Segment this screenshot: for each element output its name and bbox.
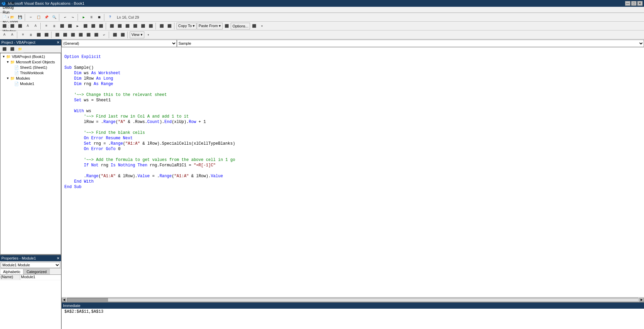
- tb2-btn14[interactable]: ⬛: [108, 22, 116, 30]
- help-btn[interactable]: ?: [106, 14, 114, 21]
- tb2-btn16[interactable]: ⬛: [124, 22, 131, 30]
- props-value[interactable]: Module1: [20, 275, 61, 280]
- tb2-drop[interactable]: ▾: [258, 22, 266, 30]
- tb2-btn13[interactable]: ⬛: [97, 22, 105, 30]
- tree-toggle-modules[interactable]: ▼: [6, 77, 10, 80]
- tb3-btn11[interactable]: ⬛: [85, 31, 92, 39]
- tb2-btn15[interactable]: ⬛: [116, 22, 123, 30]
- copy-btn[interactable]: 📋: [35, 14, 42, 21]
- copy-to-button[interactable]: Copy To ▾: [176, 23, 196, 29]
- tree-item-module1[interactable]: 📄Module1: [1, 81, 60, 86]
- tab-alphabetic[interactable]: Alphabetic: [0, 269, 23, 274]
- tb2-btn21[interactable]: ⬛: [166, 22, 173, 30]
- code-line-14: lRow = .Range("A" & .Rows.Count).End(xlU…: [64, 119, 641, 125]
- undo-btn[interactable]: ↩: [61, 14, 69, 21]
- tb2-btn9[interactable]: ⬛: [66, 22, 74, 30]
- sample-dropdown[interactable]: Sample: [177, 40, 644, 47]
- tb2-btn1[interactable]: ⬛: [1, 22, 8, 30]
- cut-btn[interactable]: ✂: [27, 14, 35, 21]
- tab-categorized[interactable]: Categorized: [23, 269, 49, 274]
- redo-btn[interactable]: ↪: [69, 14, 77, 21]
- tb3-btn15[interactable]: ⬛: [119, 31, 126, 39]
- tree-item-sheet1[interactable]: 📄Sheet1 (Sheet1): [1, 65, 60, 70]
- find-btn[interactable]: 🔍: [50, 14, 58, 21]
- tb2-btn10[interactable]: ▶: [74, 22, 81, 30]
- h-scroll-track[interactable]: [67, 298, 639, 302]
- tree-toggle-root[interactable]: ▼: [2, 55, 6, 58]
- minimize-button[interactable]: —: [625, 1, 630, 6]
- tb3-btn12[interactable]: ⬛: [92, 31, 100, 39]
- tb3-btn10[interactable]: ⬛: [77, 31, 84, 39]
- scroll-right-btn[interactable]: ▶: [639, 298, 644, 302]
- tb3-btn3[interactable]: ≡: [19, 31, 27, 39]
- tb3-btn4[interactable]: ≣: [27, 31, 35, 39]
- tb2-btn2[interactable]: ⬛: [8, 22, 16, 30]
- tree-item-root[interactable]: ▼📁VBAProject (Book1): [1, 54, 60, 59]
- menu-item-debug[interactable]: Debug: [1, 5, 20, 10]
- copy-to-label: Copy To ▾: [178, 24, 195, 28]
- tb2-btn3[interactable]: ⬛: [16, 22, 24, 30]
- new-btn[interactable]: 📄: [1, 14, 8, 21]
- tb2-btn7[interactable]: ≣: [50, 22, 58, 30]
- project-close-button[interactable]: ✕: [57, 40, 60, 45]
- tb3-btn6[interactable]: ⬛: [43, 31, 50, 39]
- tb3-btn1[interactable]: A: [1, 31, 8, 39]
- tree-item-thisworkbook[interactable]: 📄ThisWorkbook: [1, 70, 60, 76]
- tb2-btn19[interactable]: ⬛: [147, 22, 154, 30]
- tb2-btn4[interactable]: A: [24, 22, 32, 30]
- general-dropdown[interactable]: (General): [62, 40, 177, 47]
- tb2-btn5[interactable]: A: [32, 22, 39, 30]
- tree-toggle-excel-objects[interactable]: ▼: [6, 60, 10, 64]
- immediate-content[interactable]: $A$2:$A$11,$A$13: [62, 309, 644, 329]
- tb2-help[interactable]: ⬛: [250, 22, 258, 30]
- reset-btn[interactable]: ⏹: [96, 14, 103, 21]
- paste-from-button[interactable]: Paste From ▾: [197, 23, 223, 29]
- maximize-button[interactable]: □: [631, 1, 637, 6]
- open-btn[interactable]: 📂: [8, 14, 16, 21]
- tb3-btn8[interactable]: ⬛: [61, 31, 69, 39]
- code-area: Option Explicit Sub Sample() Dim ws As W…: [62, 47, 644, 329]
- code-line-2: Option Explicit: [64, 54, 641, 60]
- tree-item-modules[interactable]: ▼📁Modules: [1, 76, 60, 81]
- tb2-btn8[interactable]: ⬛: [58, 22, 66, 30]
- proj-view-obj[interactable]: ⬛: [1, 45, 8, 53]
- code-line-19: On Error GoTo 0: [64, 146, 641, 152]
- tb3-btn14[interactable]: ⬛: [111, 31, 119, 39]
- tb2-icon[interactable]: ⬛: [223, 22, 230, 30]
- properties-close-button[interactable]: ✕: [57, 256, 60, 261]
- h-scroll-thumb[interactable]: [67, 298, 108, 302]
- tb2-btn17[interactable]: ⬛: [131, 22, 139, 30]
- project-toolbar: ⬛ ⬛ 📁: [0, 45, 61, 53]
- tb2-btn18[interactable]: ⬛: [139, 22, 147, 30]
- tb3-btn13[interactable]: ↩: [100, 31, 108, 39]
- tb2-btn12[interactable]: ⬛: [89, 22, 97, 30]
- tb3-btn9[interactable]: ⬛: [69, 31, 77, 39]
- tb3-btn5[interactable]: ⬛: [35, 31, 42, 39]
- paste-btn[interactable]: 📌: [43, 14, 50, 21]
- props-module-dropdown[interactable]: Module1 Module: [1, 262, 60, 268]
- close-button[interactable]: ✕: [637, 1, 643, 6]
- proj-toggle-folder[interactable]: 📁: [16, 45, 24, 53]
- code-line-17: On Error Resume Next: [64, 136, 641, 141]
- proj-view-code[interactable]: ⬛: [8, 45, 16, 53]
- code-line-23: [64, 168, 641, 173]
- options-button[interactable]: Options...: [231, 23, 250, 29]
- break-btn[interactable]: ⏸: [88, 14, 95, 21]
- view-button[interactable]: View ▾: [130, 32, 144, 38]
- tb3-btn7[interactable]: ⬛: [54, 31, 61, 39]
- code-line-16: '~~> Find the blank cells: [64, 130, 641, 136]
- tb2-btn20[interactable]: ⬛: [158, 22, 165, 30]
- menu-item-format[interactable]: Format: [1, 0, 20, 5]
- tb3-drop[interactable]: ▾: [145, 31, 152, 39]
- title-bar-controls[interactable]: — □ ✕: [625, 1, 643, 6]
- save-btn[interactable]: 💾: [16, 14, 24, 21]
- tree-item-excel-objects[interactable]: ▼📁Microsoft Excel Objects: [1, 59, 60, 65]
- code-content[interactable]: Option Explicit Sub Sample() Dim ws As W…: [62, 47, 644, 297]
- code-line-9: '~~> Change this to the relevant sheet: [64, 92, 641, 98]
- tb3-btn2[interactable]: A: [8, 31, 16, 39]
- h-scrollbar[interactable]: ◀ ▶: [62, 297, 644, 302]
- tb2-btn6[interactable]: ≡: [43, 22, 50, 30]
- tb2-btn11[interactable]: ⬛: [82, 22, 89, 30]
- scroll-left-btn[interactable]: ◀: [62, 298, 66, 302]
- run-btn[interactable]: ▶: [80, 14, 87, 21]
